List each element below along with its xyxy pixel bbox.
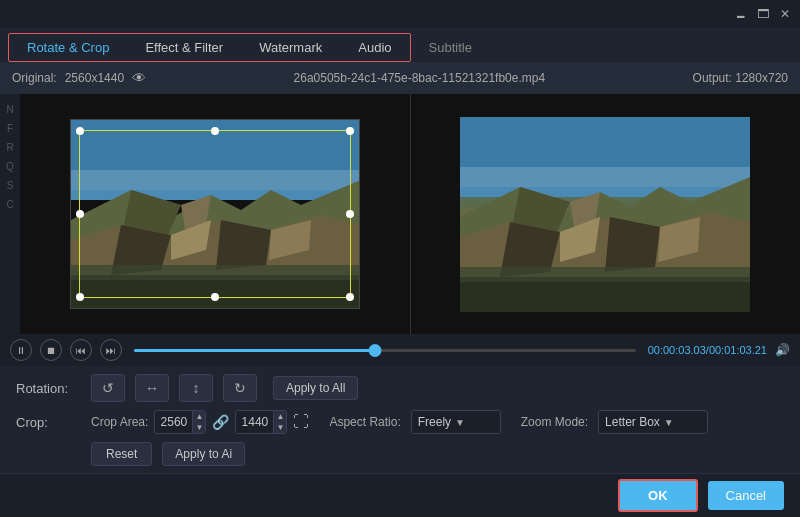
svg-rect-15	[460, 167, 750, 187]
zoom-mode-select[interactable]: Letter Box ▼	[598, 410, 708, 434]
crop-height-down[interactable]: ▼	[273, 422, 286, 433]
tab-subtitle[interactable]: Subtitle	[411, 36, 490, 59]
output-info: Output: 1280x720	[693, 71, 788, 85]
crop-handle-tl[interactable]	[76, 127, 84, 135]
play-button[interactable]: ⏸	[10, 339, 32, 361]
bottom-bar: OK Cancel	[0, 473, 800, 517]
preview-left	[20, 94, 411, 334]
info-bar: Original: 2560x1440 👁 26a0505b-24c1-475e…	[0, 62, 800, 94]
crop-height-input[interactable]: 1440 ▲ ▼	[235, 410, 287, 434]
sidebar-letter-c: C	[6, 199, 13, 210]
sidebar-letter-q: Q	[6, 161, 14, 172]
volume-icon[interactable]: 🔊	[775, 343, 790, 357]
apply-ai-button[interactable]: Apply to Ai	[162, 442, 245, 466]
crop-area-group: Crop Area: 2560 ▲ ▼ 🔗 1440 ▲ ▼ ⛶	[91, 410, 309, 434]
preview-right	[411, 94, 801, 334]
crop-height-value: 1440	[236, 415, 273, 429]
minimize-button[interactable]: 🗕	[734, 7, 748, 21]
tab-rotate-crop[interactable]: Rotate & Crop	[9, 36, 127, 59]
crop-handle-ml[interactable]	[76, 210, 84, 218]
output-label: Output:	[693, 71, 732, 85]
original-info: Original: 2560x1440 👁	[12, 70, 146, 86]
tab-effect-filter[interactable]: Effect & Filter	[127, 36, 241, 59]
seek-thumb[interactable]	[368, 344, 381, 357]
aspect-arrow-icon: ▼	[455, 417, 465, 428]
rotate-flip-h-button[interactable]: ↔	[135, 374, 169, 402]
stop-button[interactable]: ⏹	[40, 339, 62, 361]
time-current: 00:00:03.03	[648, 344, 706, 356]
source-preview	[70, 119, 360, 309]
rotate-flip-v-button[interactable]: ↕	[179, 374, 213, 402]
seek-progress	[134, 349, 375, 352]
crop-overlay	[79, 130, 351, 298]
title-bar: 🗕 🗖 ✕	[0, 0, 800, 28]
crop-height-spinners: ▲ ▼	[273, 411, 286, 433]
rotate-cw-button[interactable]: ↻	[223, 374, 257, 402]
apply-all-button[interactable]: Apply to All	[273, 376, 358, 400]
svg-rect-14	[460, 117, 750, 167]
original-label: Original:	[12, 71, 57, 85]
time-total: 00:01:03.21	[709, 344, 767, 356]
crop-row: Crop: Crop Area: 2560 ▲ ▼ 🔗 1440 ▲ ▼ ⛶ A…	[16, 410, 784, 434]
svg-rect-24	[460, 277, 750, 312]
reset-row: Reset Apply to Ai	[16, 442, 784, 466]
original-resolution: 2560x1440	[65, 71, 124, 85]
tab-container: Rotate & Crop Effect & Filter Watermark …	[0, 28, 800, 62]
rotate-ccw-button[interactable]: ↺	[91, 374, 125, 402]
prev-frame-button[interactable]: ⏮	[70, 339, 92, 361]
aspect-ratio-select[interactable]: Freely ▼	[411, 410, 501, 434]
sidebar-letter-r: R	[6, 142, 13, 153]
crop-resize-icon: ⛶	[293, 413, 309, 431]
svg-rect-25	[460, 267, 750, 282]
crop-label: Crop:	[16, 415, 81, 430]
sidebar-letter-n: N	[6, 104, 13, 115]
output-preview	[460, 117, 750, 312]
aspect-ratio-label: Aspect Ratio:	[329, 415, 400, 429]
aspect-ratio-value: Freely	[418, 415, 451, 429]
seek-bar[interactable]	[134, 349, 636, 352]
crop-width-up[interactable]: ▲	[192, 411, 205, 422]
crop-height-up[interactable]: ▲	[273, 411, 286, 422]
crop-width-input[interactable]: 2560 ▲ ▼	[154, 410, 206, 434]
link-icon: 🔗	[212, 414, 229, 430]
crop-area-label: Crop Area:	[91, 415, 148, 429]
close-button[interactable]: ✕	[778, 7, 792, 21]
filename: 26a0505b-24c1-475e-8bac-11521321fb0e.mp4	[294, 71, 546, 85]
time-display: 00:00:03.03/00:01:03.21	[648, 344, 767, 356]
crop-handle-tr[interactable]	[346, 127, 354, 135]
left-sidebar: N F R Q S C	[0, 94, 20, 334]
crop-width-spinners: ▲ ▼	[192, 411, 205, 433]
crop-handle-bc[interactable]	[211, 293, 219, 301]
crop-width-down[interactable]: ▼	[192, 422, 205, 433]
eye-icon[interactable]: 👁	[132, 70, 146, 86]
zoom-mode-value: Letter Box	[605, 415, 660, 429]
tab-box: Rotate & Crop Effect & Filter Watermark …	[8, 33, 411, 62]
reset-button[interactable]: Reset	[91, 442, 152, 466]
cancel-button[interactable]: Cancel	[708, 481, 784, 510]
rotation-label: Rotation:	[16, 381, 81, 396]
crop-handle-tc[interactable]	[211, 127, 219, 135]
playback-bar: ⏸ ⏹ ⏮ ⏭ 00:00:03.03/00:01:03.21 🔊	[0, 334, 800, 366]
next-frame-button[interactable]: ⏭	[100, 339, 122, 361]
tab-audio[interactable]: Audio	[340, 36, 409, 59]
output-image	[460, 117, 750, 312]
controls-section: Rotation: ↺ ↔ ↕ ↻ Apply to All Crop: Cro…	[0, 366, 800, 482]
ok-button[interactable]: OK	[618, 479, 698, 512]
crop-width-value: 2560	[155, 415, 192, 429]
crop-handle-bl[interactable]	[76, 293, 84, 301]
zoom-arrow-icon: ▼	[664, 417, 674, 428]
output-resolution: 1280x720	[735, 71, 788, 85]
zoom-mode-label: Zoom Mode:	[521, 415, 588, 429]
sidebar-letter-s: S	[7, 180, 14, 191]
tab-watermark[interactable]: Watermark	[241, 36, 340, 59]
maximize-button[interactable]: 🗖	[756, 7, 770, 21]
preview-area: N F R Q S C	[0, 94, 800, 334]
crop-handle-mr[interactable]	[346, 210, 354, 218]
sidebar-letter-f: F	[7, 123, 13, 134]
crop-handle-br[interactable]	[346, 293, 354, 301]
rotation-row: Rotation: ↺ ↔ ↕ ↻ Apply to All	[16, 374, 784, 402]
